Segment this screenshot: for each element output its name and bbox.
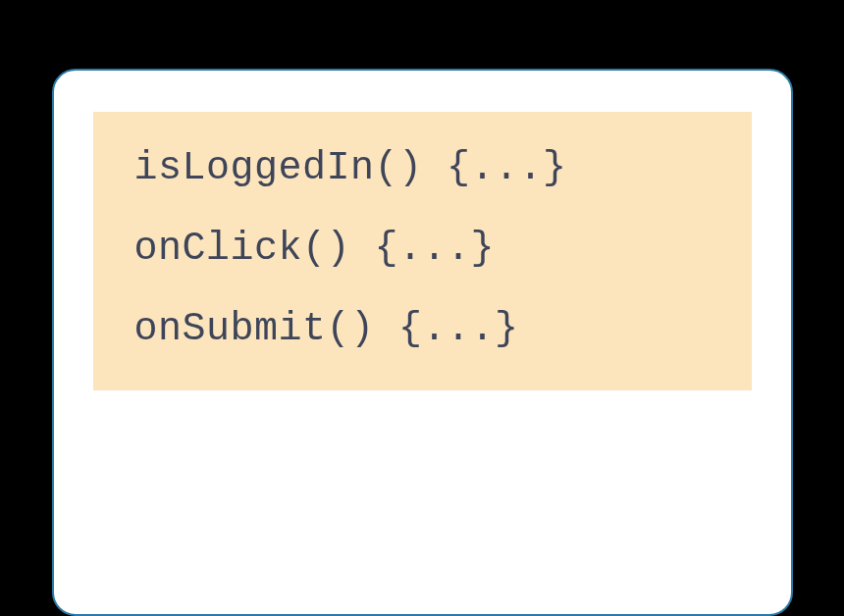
code-line: isLoggedIn() {...}: [134, 149, 711, 188]
code-line: onClick() {...}: [134, 230, 711, 269]
code-line: onSubmit() {...}: [134, 310, 711, 349]
code-block: isLoggedIn() {...} onClick() {...} onSub…: [93, 112, 752, 390]
code-card: isLoggedIn() {...} onClick() {...} onSub…: [52, 69, 793, 616]
